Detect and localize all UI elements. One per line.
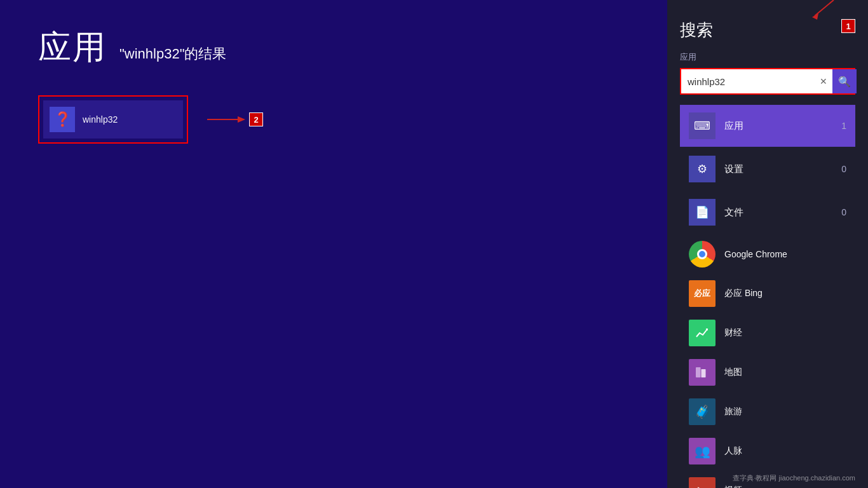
finance-name: 财经 [724,327,742,339]
maps-name: 地图 [724,367,742,378]
sidebar-title-area: 搜索 1 [680,19,855,41]
winhlp32-name: winhlp32 [83,114,118,125]
winhlp32-icon: ❓ [50,107,75,132]
chrome-icon [689,241,715,268]
maps-icon [689,359,715,386]
app-item-bing[interactable]: 必应 必应 Bing [680,274,855,313]
video-icon: ▶ [689,477,715,488]
search-input[interactable] [681,76,815,87]
category-settings[interactable]: ⚙ 设置 0 [680,148,855,190]
main-content: 应用 "winhlp32"的结果 ❓ winhlp32 2 [0,0,667,488]
annotation-1-arrow [808,0,840,22]
files-category-count: 0 [841,207,846,217]
finance-icon [689,320,715,346]
apps-category-label: 应用 [724,120,832,132]
page-title-app: 应用 [38,25,107,70]
app-item-chrome[interactable]: Google Chrome [680,234,855,274]
svg-marker-1 [238,116,245,123]
sidebar-search-label: 应用 [680,51,855,63]
results-area: ❓ winhlp32 2 [38,95,629,144]
page-title-area: 应用 "winhlp32"的结果 [38,25,629,70]
people-name: 人脉 [724,445,742,457]
settings-category-count: 0 [841,164,846,174]
chrome-name: Google Chrome [724,249,787,259]
people-icon: 👥 [689,438,715,464]
apps-category-icon: ⌨ [689,112,715,139]
sidebar: 搜索 1 应用 ✕ 🔍 ⌨ 应用 1 [667,0,868,488]
settings-category-label: 设置 [724,163,832,175]
watermark: 查字典·教程网 jiaocheng.chazidian.com [733,473,855,483]
app-item-travel[interactable]: 🧳 旅游 [680,392,855,431]
app-item-maps[interactable]: 地图 [680,353,855,392]
bing-name: 必应 Bing [724,288,763,299]
svg-marker-3 [812,13,818,20]
page-title-sub: "winhlp32"的结果 [119,44,226,64]
svg-line-2 [815,0,834,16]
app-item-people[interactable]: 👥 人脉 [680,431,855,471]
annotation-2-area: 2 [207,112,263,126]
badge-2: 2 [249,112,263,126]
search-box-wrapper: ✕ 🔍 [680,68,855,95]
svg-rect-4 [696,367,701,377]
apps-category-count: 1 [841,121,846,131]
settings-category-icon: ⚙ [689,156,715,182]
video-name: 视频 [724,485,742,488]
search-magnifier-icon: 🔍 [838,76,851,88]
sidebar-title-text: 搜索 [680,19,713,41]
files-category-label: 文件 [724,207,832,219]
category-files[interactable]: 📄 文件 0 [680,191,855,233]
files-category-icon: 📄 [689,199,715,226]
bing-icon: 必应 [689,280,715,307]
search-button[interactable]: 🔍 [832,69,857,93]
app-result-item[interactable]: ❓ winhlp32 [43,100,183,139]
travel-name: 旅游 [724,406,742,417]
search-clear-button[interactable]: ✕ [815,76,832,86]
badge-1: 1 [841,19,855,33]
arrow-2-svg [207,114,245,125]
travel-icon: 🧳 [689,398,715,425]
app-result-box: ❓ winhlp32 [38,95,188,144]
category-apps[interactable]: ⌨ 应用 1 [680,105,855,147]
app-item-finance[interactable]: 财经 [680,313,855,353]
search-box: ✕ 🔍 [681,69,854,93]
svg-rect-5 [701,369,706,377]
